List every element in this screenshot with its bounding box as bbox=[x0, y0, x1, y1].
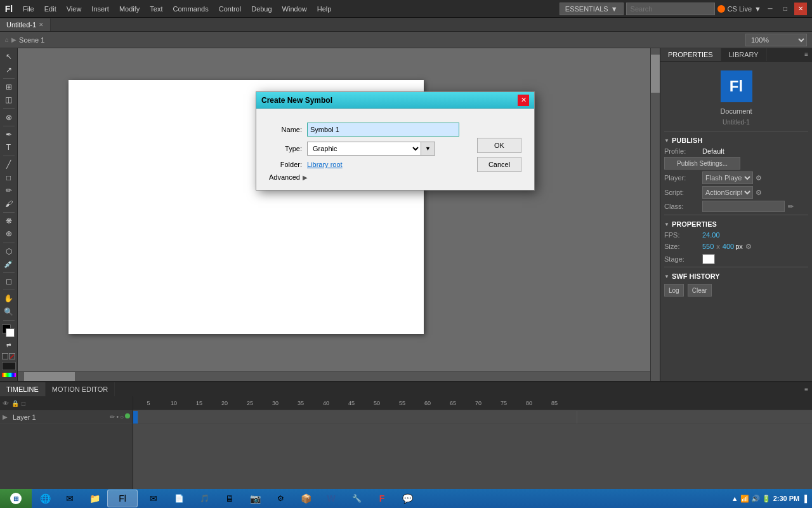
tab-library[interactable]: LIBRARY bbox=[721, 48, 767, 61]
free-transform-tool[interactable]: ⊞ bbox=[2, 81, 16, 93]
tray-battery-icon[interactable]: 🔋 bbox=[762, 495, 771, 503]
no-fill-icon[interactable] bbox=[2, 353, 8, 359]
menu-window[interactable]: Window bbox=[277, 0, 312, 17]
gradient-tool[interactable]: ◫ bbox=[2, 94, 16, 105]
script-settings-icon[interactable]: ⚙ bbox=[753, 187, 764, 198]
menu-debug[interactable]: Debug bbox=[246, 0, 277, 17]
paint-bucket-tool[interactable]: ⬡ bbox=[2, 245, 16, 257]
close-button[interactable]: ✕ bbox=[794, 3, 807, 15]
zoom-tool[interactable]: 🔍 bbox=[2, 306, 16, 318]
line-tool[interactable]: ╱ bbox=[2, 159, 16, 170]
taskbar-explorer-pin[interactable]: 📁 bbox=[82, 490, 107, 507]
layer-pencil-icon[interactable]: ✏ bbox=[110, 413, 115, 420]
color-gradient-bar[interactable] bbox=[2, 373, 16, 377]
menu-insert[interactable]: Insert bbox=[86, 0, 114, 17]
restore-button[interactable]: □ bbox=[779, 3, 792, 15]
dialog-close-button[interactable]: ✕ bbox=[518, 95, 529, 106]
class-edit-icon[interactable]: ✏ bbox=[785, 201, 796, 212]
dialog-type-arrow-icon[interactable]: ▼ bbox=[421, 142, 435, 156]
search-input[interactable] bbox=[626, 3, 715, 15]
script-select[interactable]: ActionScript 3.0 ActionScript 2.0 bbox=[702, 186, 753, 199]
dialog-folder-link[interactable]: Library root bbox=[307, 161, 343, 168]
lasso-tool[interactable]: ⊗ bbox=[2, 111, 16, 123]
dialog-advanced-toggle[interactable]: Advanced ▶ bbox=[269, 173, 521, 181]
menu-view[interactable]: View bbox=[62, 0, 87, 17]
taskbar-ie-pin[interactable]: 🌐 bbox=[33, 490, 57, 507]
vscroll-thumb[interactable] bbox=[651, 55, 660, 93]
menu-control[interactable]: Control bbox=[214, 0, 246, 17]
color-rect[interactable] bbox=[2, 362, 16, 371]
tl-menu-icon[interactable]: ≡ bbox=[803, 385, 809, 394]
essentials-button[interactable]: ESSENTIALS ▼ bbox=[560, 3, 624, 15]
tray-volume-icon[interactable]: 🔊 bbox=[751, 495, 760, 503]
tab-close-icon[interactable]: ✕ bbox=[39, 22, 44, 28]
tab-motion-editor[interactable]: MOTION EDITOR bbox=[46, 382, 115, 396]
class-input[interactable] bbox=[702, 201, 785, 212]
taskbar-word[interactable]: W bbox=[319, 490, 343, 507]
minimize-button[interactable]: ─ bbox=[764, 3, 776, 15]
player-settings-icon[interactable]: ⚙ bbox=[753, 172, 764, 184]
taskbar-app-7[interactable]: 📦 bbox=[294, 490, 318, 507]
dialog-cancel-button[interactable]: Cancel bbox=[477, 157, 521, 172]
stage-color-swatch[interactable] bbox=[702, 254, 715, 264]
subselection-tool[interactable]: ↗ bbox=[2, 64, 16, 75]
taskbar-flash-app[interactable]: Fl bbox=[107, 490, 138, 507]
document-tab[interactable]: Untitled-1 ✕ bbox=[0, 18, 51, 31]
menu-edit[interactable]: Edit bbox=[39, 0, 62, 17]
show-desktop-icon[interactable]: ▐ bbox=[802, 495, 807, 502]
clear-button[interactable]: Clear bbox=[688, 284, 712, 297]
layer-1-name[interactable]: Layer 1 bbox=[13, 413, 107, 421]
taskbar-app-9[interactable]: 🔧 bbox=[344, 490, 369, 507]
dialog-type-select[interactable]: Graphic Button Movie Clip bbox=[307, 142, 421, 156]
canvas-vscroll[interactable] bbox=[650, 48, 660, 381]
taskbar-app-4[interactable]: 🖥 bbox=[218, 490, 242, 507]
start-button[interactable]: ⊞ bbox=[0, 489, 32, 508]
rect-tool[interactable]: □ bbox=[2, 172, 16, 184]
panel-collapse-icon[interactable]: ≡ bbox=[801, 48, 812, 61]
taskbar-clock[interactable]: 2:30 PM bbox=[773, 495, 800, 502]
brush-tool[interactable]: 🖌 bbox=[2, 197, 16, 209]
hscroll-thumb[interactable] bbox=[24, 372, 75, 381]
layer-lock-icon[interactable]: ○ bbox=[120, 413, 124, 420]
lock-icon[interactable]: 🔒 bbox=[11, 400, 19, 407]
log-button[interactable]: Log bbox=[664, 284, 684, 297]
menu-modify[interactable]: Modify bbox=[114, 0, 145, 17]
fps-value[interactable]: 24.00 bbox=[702, 231, 720, 239]
canvas-hscroll[interactable] bbox=[18, 371, 650, 381]
hand-tool[interactable]: ✋ bbox=[2, 293, 16, 304]
dialog-name-input[interactable] bbox=[307, 123, 459, 137]
frame-cell-active[interactable] bbox=[133, 411, 138, 424]
none-icon[interactable] bbox=[9, 353, 15, 359]
taskbar-email-pin[interactable]: ✉ bbox=[58, 490, 82, 507]
publish-settings-button[interactable]: Publish Settings... bbox=[664, 157, 740, 170]
player-select[interactable]: Flash Player 10.2 Flash Player 10 Flash … bbox=[702, 171, 753, 184]
tray-arrow-icon[interactable]: ▲ bbox=[731, 495, 738, 502]
tray-network-icon[interactable]: 📶 bbox=[740, 495, 749, 503]
menu-file[interactable]: File bbox=[18, 0, 39, 17]
bone-tool[interactable]: ⊕ bbox=[2, 228, 16, 239]
stroke-color[interactable] bbox=[2, 324, 16, 336]
size-edit-icon[interactable]: ⚙ bbox=[743, 241, 754, 252]
layer-expand-icon[interactable]: ▶ bbox=[3, 413, 8, 420]
size-height[interactable]: 400 bbox=[723, 243, 734, 250]
tab-timeline[interactable]: TIMELINE bbox=[0, 382, 46, 396]
taskbar-app-5[interactable]: 📷 bbox=[243, 490, 267, 507]
outline-icon[interactable]: □ bbox=[22, 400, 25, 407]
pencil-tool[interactable]: ✏ bbox=[2, 185, 16, 196]
deco-tool[interactable]: ❋ bbox=[2, 215, 16, 227]
pen-tool[interactable]: ✒ bbox=[2, 129, 16, 140]
taskbar-app-10[interactable]: F bbox=[370, 490, 394, 507]
eraser-tool[interactable]: ◻ bbox=[2, 276, 16, 287]
swap-colors-icon[interactable]: ⇄ bbox=[2, 338, 16, 350]
menu-help[interactable]: Help bbox=[312, 0, 337, 17]
frame-cell-2[interactable] bbox=[138, 411, 577, 424]
eye-icon[interactable]: 👁 bbox=[3, 400, 9, 407]
taskbar-app-6[interactable]: ⚙ bbox=[268, 490, 292, 507]
layer-dot-icon[interactable]: • bbox=[116, 413, 119, 420]
tab-properties[interactable]: PROPERTIES bbox=[660, 48, 721, 61]
eyedropper-tool[interactable]: 💉 bbox=[2, 258, 16, 270]
dialog-ok-button[interactable]: OK bbox=[477, 138, 521, 153]
menu-text[interactable]: Text bbox=[145, 0, 167, 17]
taskbar-gmail[interactable]: ✉ bbox=[141, 490, 166, 507]
zoom-select[interactable]: 100% 50% 200% Fit in Window bbox=[745, 34, 807, 46]
